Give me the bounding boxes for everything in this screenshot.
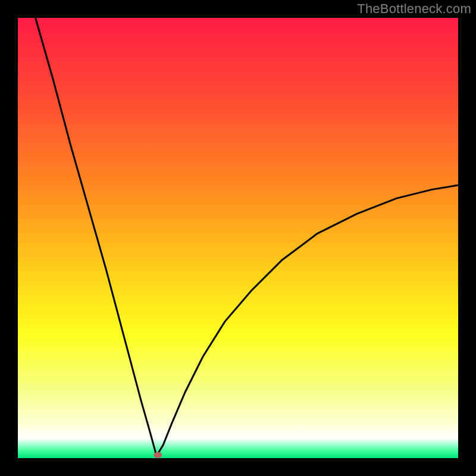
plot-background [18, 18, 458, 458]
chart-svg [0, 0, 476, 476]
watermark-text: TheBottleneck.com [357, 1, 471, 17]
minimum-marker [154, 452, 162, 458]
chart-frame: TheBottleneck.com [0, 0, 476, 476]
